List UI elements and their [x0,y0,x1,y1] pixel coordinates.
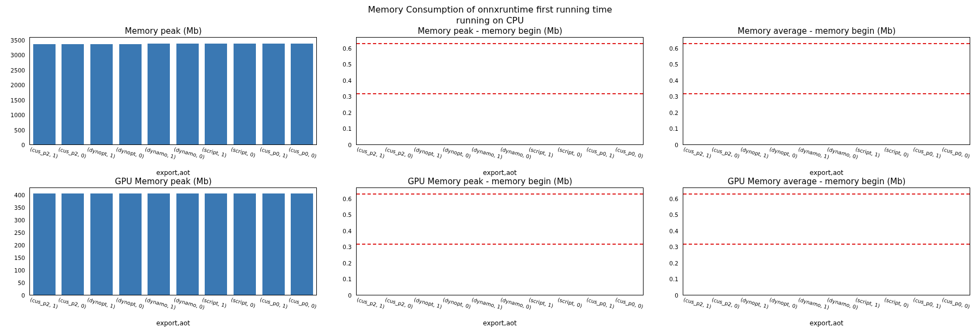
subplot-title: Memory peak - memory begin (Mb) [327,26,653,36]
x-tick-label: (cus_p2, 1) [356,296,385,310]
y-tick-label: 0.5 [342,211,352,218]
subplot-0: Memory peak (Mb)050010001500200025003000… [0,26,327,177]
x-ticks: (cus_p2, 1)(cus_p2, 0)(dynopt, 1)(dynopt… [683,295,970,320]
x-tick-label: (script, 1) [855,146,881,159]
bar [90,44,113,144]
x-axis-label: export,aot [29,169,317,177]
y-tick-label: 0.5 [669,211,678,218]
reference-line [683,244,970,245]
x-tick-label: (dynopt, 1) [740,146,769,159]
bar [205,193,227,295]
y-tick-label: 3000 [10,52,25,58]
x-tick-label: (cus_p2, 1) [356,146,385,159]
x-tick-label: (cus_p2, 0) [385,296,414,310]
bar [262,193,285,295]
subplot-title: Memory average - memory begin (Mb) [653,26,980,36]
y-ticks: 0500100015002000250030003500 [0,37,27,145]
bar [148,193,170,295]
figure-suptitle: Memory Consumption of onnxruntime first … [0,4,980,26]
y-tick-label: 0.4 [342,77,352,84]
y-tick-label: 0.6 [342,196,352,202]
bar [119,44,142,144]
bar [234,44,256,144]
x-ticks: (cus_p2, 1)(cus_p2, 0)(dynopt, 1)(dynopt… [683,145,970,170]
x-tick-label: (dynamo, 0) [500,296,532,311]
bar [262,44,285,144]
x-tick-label: (cus_p0, 0) [615,296,644,310]
y-tick-label: 0 [348,142,352,148]
x-tick-label: (script, 1) [202,296,228,309]
x-tick-label: (cus_p2, 1) [683,296,712,310]
y-tick-label: 300 [14,217,25,223]
x-tick-label: (dynamo, 1) [798,296,830,311]
x-tick-label: (script, 1) [855,296,881,309]
y-tick-label: 400 [14,192,25,198]
bar [176,193,199,295]
reference-line [357,43,643,44]
y-ticks: 00.10.20.30.40.50.6 [653,187,681,295]
figure: Memory Consumption of onnxruntime first … [0,0,980,327]
subplot-5: GPU Memory average - memory begin (Mb)00… [653,177,980,327]
y-tick-label: 0.2 [669,260,678,267]
bar [176,44,199,144]
bar [205,44,227,144]
x-tick-label: (dynopt, 1) [413,146,443,159]
bar [33,193,56,295]
y-tick-label: 100 [14,267,25,274]
x-tick-label: (cus_p0, 1) [586,146,615,159]
subplot-title: Memory peak (Mb) [0,26,327,36]
x-tick-label: (cus_p2, 0) [385,146,414,159]
x-ticks: (cus_p2, 1)(cus_p2, 0)(dynopt, 1)(dynopt… [29,295,317,320]
y-tick-label: 150 [14,255,25,261]
bar [62,44,84,144]
x-tick-label: (script, 0) [230,146,256,159]
x-tick-label: (script, 1) [202,146,228,159]
x-tick-label: (script, 0) [557,296,583,309]
y-tick-label: 1500 [10,97,25,104]
x-tick-label: (cus_p0, 0) [941,296,971,310]
y-tick-label: 0.3 [669,244,678,250]
x-tick-label: (dynopt, 1) [87,296,116,310]
x-tick-label: (cus_p0, 0) [941,146,971,159]
x-tick-label: (cus_p0, 1) [586,296,615,310]
subplot-title: GPU Memory peak (Mb) [0,177,327,186]
x-tick-label: (script, 0) [230,296,256,309]
y-ticks: 00.10.20.30.40.50.6 [327,187,354,295]
x-tick-label: (cus_p0, 0) [288,146,317,159]
bar [62,193,84,295]
y-ticks: 00.10.20.30.40.50.6 [653,37,681,145]
x-tick-label: (dynamo, 0) [500,146,532,160]
bars [30,38,316,144]
x-tick-label: (dynamo, 1) [471,296,503,311]
y-tick-label: 0.4 [669,228,678,234]
x-tick-label: (dynopt, 0) [115,296,145,310]
y-tick-label: 0.6 [669,45,678,52]
y-tick-label: 350 [14,204,25,211]
y-tick-label: 0.1 [342,125,352,132]
y-tick-label: 250 [14,229,25,236]
x-tick-label: (script, 0) [884,146,909,159]
subplot-title: GPU Memory average - memory begin (Mb) [653,177,980,186]
y-tick-label: 2000 [10,82,25,88]
plot-area [29,37,317,145]
x-tick-label: (cus_p2, 0) [58,296,88,310]
x-axis-label: export,aot [356,319,644,327]
plot-area [356,37,644,145]
bar [119,193,142,295]
bar [291,193,313,295]
y-tick-label: 3500 [10,37,25,44]
y-tick-label: 0 [348,292,352,299]
y-tick-label: 0.5 [669,61,678,68]
y-tick-label: 0.2 [669,110,678,116]
x-tick-label: (dynamo, 0) [826,146,859,160]
x-tick-label: (dynopt, 0) [442,146,471,159]
x-tick-label: (dynamo, 1) [471,146,503,160]
x-ticks: (cus_p2, 1)(cus_p2, 0)(dynopt, 1)(dynopt… [356,295,644,320]
x-tick-label: (dynamo, 1) [144,146,176,160]
y-tick-label: 0.1 [669,125,678,132]
bar [234,193,256,295]
y-tick-label: 1000 [10,112,25,118]
x-tick-label: (dynopt, 0) [115,146,145,159]
reference-line [357,93,643,94]
bar [148,44,170,144]
